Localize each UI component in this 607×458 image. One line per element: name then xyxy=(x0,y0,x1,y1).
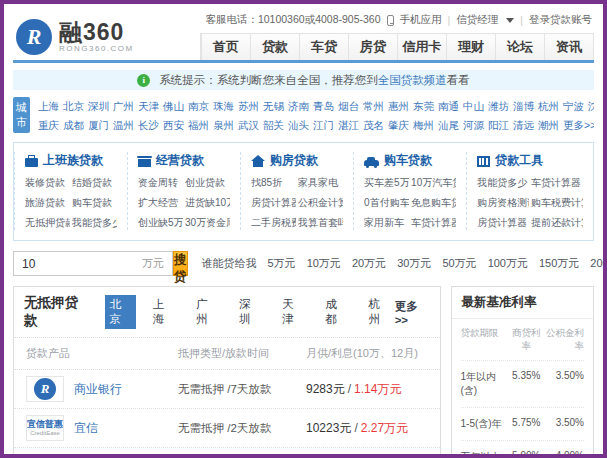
city-link[interactable]: 无锡 xyxy=(263,100,284,112)
product-name-link[interactable]: 宜信 xyxy=(74,420,98,437)
quick-amount-link[interactable]: 150万元 xyxy=(539,256,579,271)
category-link[interactable]: 提前还款计算器 xyxy=(531,216,583,230)
city-link[interactable]: 宁波 xyxy=(563,100,584,112)
city-link[interactable]: 河源 xyxy=(463,119,484,131)
city-link[interactable]: 厦门 xyxy=(88,119,109,131)
quick-amount-link[interactable]: 20万元 xyxy=(352,256,386,271)
quick-amount-link[interactable]: 10万元 xyxy=(307,256,341,271)
category-link[interactable]: 购房资格测试器 xyxy=(477,196,529,210)
city-link[interactable]: 江门 xyxy=(313,119,334,131)
city-link[interactable]: 清远 xyxy=(513,119,534,131)
city-tab[interactable]: 上海 xyxy=(148,295,179,329)
quick-amount-link[interactable]: 50万元 xyxy=(442,256,476,271)
city-link[interactable]: 沈阳 xyxy=(588,100,594,112)
city-link[interactable]: 梅州 xyxy=(413,119,434,131)
credit-manager-link[interactable]: 信贷经理 xyxy=(456,13,498,27)
nav-item[interactable]: 车贷 xyxy=(299,34,348,60)
quick-amount-link[interactable]: 谁能贷给我 xyxy=(202,256,257,271)
city-link[interactable]: 福州 xyxy=(188,119,209,131)
city-link[interactable]: 中山 xyxy=(463,100,484,112)
city-link[interactable]: 阳江 xyxy=(488,119,509,131)
category-link[interactable]: 进货缺10万 xyxy=(185,196,230,210)
city-tab[interactable]: 深圳 xyxy=(234,295,265,329)
logo[interactable]: R 融360 RONG360.COM xyxy=(13,13,134,60)
city-link[interactable]: 汕尾 xyxy=(438,119,459,131)
more-link[interactable]: 更多>> xyxy=(395,299,430,326)
nav-item[interactable]: 信用卡 xyxy=(397,34,446,60)
city-tab[interactable]: 天津 xyxy=(277,295,308,329)
city-link[interactable]: 惠州 xyxy=(388,100,409,112)
category-link[interactable]: 装修贷款 xyxy=(25,176,70,190)
category-link[interactable]: 二手房税费 xyxy=(251,216,296,230)
nav-item[interactable]: 理财 xyxy=(446,34,495,60)
city-link[interactable]: 成都 xyxy=(63,119,84,131)
nav-item[interactable]: 论坛 xyxy=(495,34,544,60)
category-link[interactable]: 公积金计算器 xyxy=(298,196,343,210)
category-link[interactable]: 旅游贷款 xyxy=(25,196,70,210)
category-link[interactable]: 房贷计算器 xyxy=(477,216,529,230)
category-link[interactable]: 车贷计算器 xyxy=(411,216,456,230)
category-link[interactable]: 创业缺5万 xyxy=(138,216,183,230)
city-link[interactable]: 杭州 xyxy=(538,100,559,112)
city-link[interactable]: 青岛 xyxy=(313,100,334,112)
nav-item[interactable]: 房贷 xyxy=(348,34,397,60)
city-link[interactable]: 潍坊 xyxy=(488,100,509,112)
category-link[interactable]: 免息购车贷 xyxy=(411,196,456,210)
national-loan-channel-link[interactable]: 全国贷款频道 xyxy=(378,74,447,86)
category-link[interactable]: 买车差5万 xyxy=(364,176,409,190)
city-link[interactable]: 南京 xyxy=(188,100,209,112)
search-loan-button[interactable]: 搜贷款 xyxy=(173,251,188,276)
city-link[interactable]: 淄博 xyxy=(513,100,534,112)
city-tab[interactable]: 杭州 xyxy=(363,295,394,329)
city-link[interactable]: 湛江 xyxy=(338,119,359,131)
category-link[interactable]: 资金周转 xyxy=(138,176,183,190)
category-link[interactable]: 购车贷款 xyxy=(72,196,117,210)
city-link[interactable]: 深圳 xyxy=(88,100,109,112)
category-link[interactable]: 车贷计算器 xyxy=(531,176,583,190)
nav-item[interactable]: 贷款 xyxy=(250,34,299,60)
city-link[interactable]: 广州 xyxy=(113,100,134,112)
city-tab[interactable]: 广州 xyxy=(191,295,222,329)
category-link[interactable]: 家具家电 xyxy=(298,176,343,190)
city-link[interactable]: 天津 xyxy=(138,100,159,112)
category-link[interactable]: 无抵押贷款 xyxy=(25,216,70,230)
category-link[interactable]: 购车税费计算器 xyxy=(531,196,583,210)
city-tab[interactable]: 北京 xyxy=(105,295,136,329)
quick-amount-link[interactable]: 5万元 xyxy=(268,256,296,271)
city-link[interactable]: 汕头 xyxy=(288,119,309,131)
quick-amount-link[interactable]: 30万元 xyxy=(397,256,431,271)
city-link[interactable]: 更多>> xyxy=(563,119,594,131)
login-link[interactable]: 登录贷款账号 xyxy=(529,13,592,27)
loan-amount-input[interactable] xyxy=(14,252,142,275)
category-link[interactable]: 0首付购车贷 xyxy=(364,196,409,210)
city-link[interactable]: 武汉 xyxy=(238,119,259,131)
city-link[interactable]: 苏州 xyxy=(238,100,259,112)
city-tab[interactable]: 成都 xyxy=(320,295,351,329)
category-link[interactable]: 房贷计算器 xyxy=(251,196,296,210)
city-link[interactable]: 泉州 xyxy=(213,119,234,131)
city-link[interactable]: 北京 xyxy=(63,100,84,112)
mobile-app-link[interactable]: 手机应用 xyxy=(400,13,442,27)
city-link[interactable]: 西安 xyxy=(163,119,184,131)
nav-item[interactable]: 资讯 xyxy=(544,34,593,60)
product-name-link[interactable]: 商业银行 xyxy=(74,381,122,398)
city-link[interactable]: 南通 xyxy=(438,100,459,112)
category-link[interactable]: 结婚贷款 xyxy=(72,176,117,190)
city-link[interactable]: 上海 xyxy=(38,100,59,112)
city-link[interactable]: 韶关 xyxy=(263,119,284,131)
city-link[interactable]: 佛山 xyxy=(163,100,184,112)
category-link[interactable]: 我能贷多少 xyxy=(477,176,529,190)
city-link[interactable]: 东莞 xyxy=(413,100,434,112)
city-link[interactable]: 常州 xyxy=(363,100,384,112)
city-link[interactable]: 长沙 xyxy=(138,119,159,131)
city-link[interactable]: 重庆 xyxy=(38,119,59,131)
city-link[interactable]: 温州 xyxy=(113,119,134,131)
city-link[interactable]: 茂名 xyxy=(363,119,384,131)
quick-amount-link[interactable]: 200万元 xyxy=(590,256,607,271)
city-link[interactable]: 肇庆 xyxy=(388,119,409,131)
nav-item[interactable]: 首页 xyxy=(201,34,250,60)
category-link[interactable]: 30万资金周 xyxy=(185,216,230,230)
category-link[interactable]: 创业贷款 xyxy=(185,176,230,190)
city-link[interactable]: 珠海 xyxy=(213,100,234,112)
category-link[interactable]: 10万汽车贷 xyxy=(411,176,456,190)
